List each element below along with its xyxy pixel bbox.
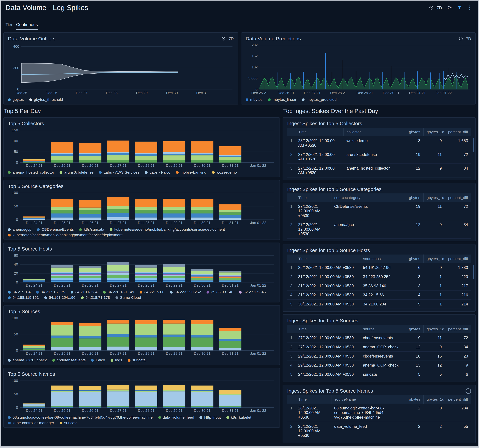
bar-segment[interactable] [191, 155, 213, 160]
bar-segment[interactable] [107, 217, 129, 220]
bar-segment[interactable] [163, 160, 186, 163]
bar-segment[interactable] [51, 338, 73, 347]
scrollbar-thumb[interactable] [473, 138, 474, 152]
bar-segment[interactable] [51, 278, 73, 280]
bar-segment[interactable] [107, 209, 129, 213]
table-row[interactable]: 227/12/2021 12:00:00 AM +0530anema/gcp12… [287, 220, 471, 239]
bar-segment[interactable] [107, 275, 129, 275]
bar-segment[interactable] [51, 142, 73, 153]
bar-segment[interactable] [51, 214, 73, 217]
bar-segment[interactable] [79, 266, 101, 268]
bar-segment[interactable] [135, 276, 157, 278]
bar-segment[interactable] [51, 390, 73, 391]
column-header[interactable]: percent_diff [445, 254, 471, 263]
bar-segment[interactable] [135, 276, 157, 276]
bar-segment[interactable] [51, 273, 73, 274]
column-header[interactable]: percent_diff [445, 325, 471, 333]
bar-segment[interactable] [163, 207, 186, 210]
bar-segment[interactable] [163, 272, 186, 273]
bar-segment[interactable] [135, 141, 157, 142]
bar-segment[interactable] [219, 276, 241, 277]
bar-segment[interactable] [191, 274, 213, 275]
bar-segment[interactable] [107, 155, 129, 160]
bar-segment[interactable] [163, 276, 186, 276]
bar-segment[interactable] [79, 326, 101, 336]
bar-segment[interactable] [163, 152, 186, 154]
bar-segment[interactable] [79, 392, 101, 406]
table-row[interactable]: 530/12/2021 12:00:00 AM +053034.219.6.23… [287, 300, 471, 309]
bar-segment[interactable] [51, 281, 73, 282]
legend-item[interactable]: kube-controller-manager [8, 421, 54, 425]
bar-segment[interactable] [23, 404, 45, 404]
bar-segment[interactable] [79, 272, 101, 273]
column-header[interactable]: gbytes_1d [423, 395, 445, 404]
bar-segment[interactable] [23, 348, 45, 348]
bar-segment[interactable] [135, 265, 157, 267]
bar-segment[interactable] [163, 214, 186, 217]
bar-segment[interactable] [191, 281, 213, 282]
bar-segment[interactable] [135, 153, 157, 154]
bar-segment[interactable] [163, 141, 186, 152]
bar-segment[interactable] [23, 216, 45, 217]
bar-segment[interactable] [51, 280, 73, 281]
bar-segment[interactable] [79, 276, 101, 276]
bar-segment[interactable] [51, 386, 73, 390]
bar-segment[interactable] [51, 153, 73, 154]
bar-segment[interactable] [23, 162, 45, 163]
bar-segment[interactable] [79, 154, 101, 156]
bar-segment[interactable] [135, 335, 157, 337]
bar-segment[interactable] [135, 217, 157, 220]
column-header[interactable]: gbytes_1d [423, 325, 445, 333]
bar-segment[interactable] [79, 347, 101, 350]
bar-segment[interactable] [219, 157, 241, 160]
legend-item[interactable]: k8s/suricata [79, 227, 104, 232]
table-row[interactable]: 125/12/2021 12:00:00 AM +053054.191.254.… [287, 263, 471, 272]
column-header[interactable]: gbytes [406, 128, 423, 136]
table-row[interactable]: 227/12/2021 12:00:00 AM +0530aruns3cbdef… [287, 150, 471, 164]
bar-segment[interactable] [51, 265, 73, 267]
panel-time-range[interactable]: -7D [459, 36, 471, 41]
bar-segment[interactable] [23, 282, 45, 282]
legend-item[interactable]: 35.86.93.140 [206, 290, 233, 294]
bar-segment[interactable] [191, 141, 213, 141]
bar-segment[interactable] [107, 334, 129, 337]
bar-segment[interactable] [79, 276, 101, 278]
column-header[interactable]: Time [295, 194, 331, 202]
bar-segment[interactable] [107, 406, 129, 407]
bar-segment[interactable] [135, 273, 157, 274]
bar-segment[interactable] [219, 160, 241, 163]
bar-segment[interactable] [191, 277, 213, 278]
table-row[interactable]: 329/12/2021 12:00:00 AM +0530cbdefenseev… [287, 352, 471, 361]
bar-segment[interactable] [191, 276, 213, 277]
bar-segment[interactable] [107, 140, 129, 152]
column-header[interactable]: gbytes_1d [423, 128, 445, 136]
bar-segment[interactable] [79, 160, 101, 163]
bar-segment[interactable] [79, 336, 101, 339]
bar-segment[interactable] [163, 281, 186, 282]
more-menu-icon[interactable]: ⋮ [467, 5, 472, 10]
bar-segment[interactable] [107, 275, 129, 278]
bar-segment[interactable] [79, 217, 101, 220]
bar-segment[interactable] [79, 200, 101, 207]
bar-segment[interactable] [107, 391, 129, 406]
table-row[interactable]: 128/12/2021 12:00:00 AM +0530wozsedemo30… [287, 136, 471, 150]
table-row[interactable]: 127/12/2021 12:00:00 AM +0530CBDefense/E… [287, 202, 471, 220]
legend-item[interactable]: gbytes_threshold [29, 97, 63, 102]
bar-segment[interactable] [219, 339, 241, 341]
bar-segment[interactable] [163, 391, 186, 406]
column-header[interactable]: sourcehost [360, 254, 406, 263]
column-header[interactable]: sourcecategory [331, 194, 406, 202]
bar-segment[interactable] [163, 320, 186, 323]
bar-segment[interactable] [163, 267, 186, 272]
bar-segment[interactable] [135, 278, 157, 280]
bar-segment[interactable] [219, 277, 241, 277]
bar-segment[interactable] [107, 337, 129, 347]
bar-segment[interactable] [219, 281, 241, 281]
legend-item[interactable]: wozsedemo [212, 170, 237, 174]
bar-segment[interactable] [51, 325, 73, 335]
bar-segment[interactable] [163, 274, 186, 274]
bar-segment[interactable] [51, 406, 73, 407]
bar-segment[interactable] [23, 346, 45, 348]
bar-segment[interactable] [79, 273, 101, 274]
column-header[interactable]: Time [295, 254, 360, 263]
